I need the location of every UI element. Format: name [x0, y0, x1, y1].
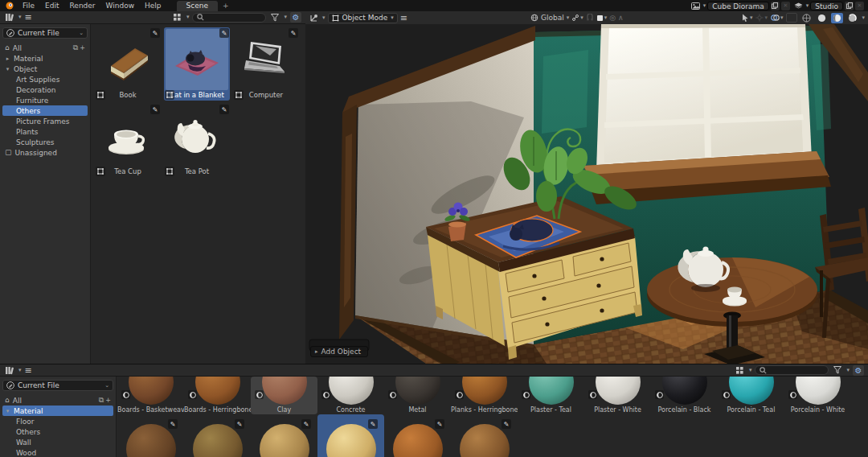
proportional-falloff-icon[interactable]: ∧	[618, 14, 624, 22]
catalog-item-wood[interactable]: Wood	[2, 447, 113, 457]
filter-chevron[interactable]: ▾	[846, 368, 850, 373]
edit-asset-icon[interactable]: ✎	[219, 105, 229, 114]
asset-browser-menu-icon[interactable]: ≡	[25, 366, 32, 375]
material-tile-porcelain-teal[interactable]: Porcelain - Teal	[718, 377, 784, 414]
display-mode-icon[interactable]	[735, 365, 746, 375]
material-tile-boards-herringbone[interactable]: Boards - Herringbone	[184, 377, 251, 414]
asset-tile-cat-in-a-blanket[interactable]: ✎ Cat in a Blanket	[164, 27, 230, 101]
material-tile-row2-4-selected[interactable]: ✎	[317, 414, 384, 457]
editor-type-chevron[interactable]: ▾	[18, 368, 22, 373]
catalog-item-object[interactable]: ▾ Object	[2, 64, 88, 74]
catalog-item-art-supplies[interactable]: Art Supplies	[2, 74, 88, 84]
delete-view-layer-button[interactable]: ✕	[855, 2, 864, 10]
menu-file[interactable]: File	[18, 0, 39, 11]
editor-type-asset-browser-icon[interactable]	[4, 13, 15, 23]
orientation-dropdown[interactable]: Global ▾	[530, 14, 569, 22]
toggle-xray-icon[interactable]	[786, 13, 797, 23]
edit-asset-icon[interactable]: ✎	[301, 419, 311, 429]
material-tile-planks-herringbone[interactable]: Planks - Herringbone	[451, 377, 518, 414]
asset-library-select[interactable]: Current File ⌄	[2, 27, 88, 39]
catalog-item-furniture[interactable]: Furniture	[2, 95, 88, 105]
display-settings-gear-icon[interactable]: ⚙	[853, 365, 864, 376]
add-catalog-icon[interactable]: +	[80, 44, 85, 51]
snap-settings-dropdown[interactable]: ▾	[596, 14, 608, 22]
operator-panel-label[interactable]: ▸ Add Object	[310, 346, 368, 357]
add-catalog-icon[interactable]: +	[105, 397, 111, 404]
editor-type-chevron[interactable]: ▾	[322, 15, 326, 21]
add-workspace-button[interactable]: +	[219, 2, 233, 10]
material-tile-concrete[interactable]: Concrete	[317, 377, 384, 414]
display-settings-gear-icon[interactable]: ⚙	[290, 12, 301, 23]
blender-logo-icon[interactable]	[4, 2, 15, 10]
material-tile-row2-5[interactable]: ✎	[384, 414, 451, 457]
asset-browser-menu-icon[interactable]: ≡	[25, 13, 32, 22]
snap-toggle-magnet-icon[interactable]	[586, 14, 594, 22]
view-layer-browse-chevron[interactable]: ▾	[806, 3, 809, 9]
material-tile-metal[interactable]: Metal	[384, 377, 451, 414]
material-tile-row2-6[interactable]: ✎	[451, 414, 518, 457]
display-mode-chevron[interactable]: ▾	[186, 14, 190, 20]
filter-icon[interactable]	[832, 365, 843, 375]
shading-wireframe-button[interactable]	[800, 13, 813, 23]
shading-material-preview-button[interactable]	[831, 13, 843, 23]
filter-chevron[interactable]: ▾	[284, 14, 287, 20]
edit-asset-icon[interactable]: ✎	[150, 28, 160, 38]
catalog-item-all[interactable]: ⌂ All ⧉+	[2, 395, 113, 406]
menu-window[interactable]: Window	[101, 0, 140, 11]
catalog-item-unassigned[interactable]: ▢ Unassigned	[2, 147, 88, 158]
view-layer-name-field[interactable]: Studio	[810, 2, 843, 10]
catalog-item-material[interactable]: ▾ Material	[2, 406, 113, 416]
gizmos-dropdown[interactable]: ▾	[755, 14, 768, 22]
pivot-point-dropdown[interactable]: ▾	[571, 14, 583, 22]
view-layer-icon[interactable]	[793, 1, 805, 10]
collapse-arrow[interactable]: ▾	[5, 66, 10, 72]
material-tile-clay[interactable]: Clay	[251, 377, 317, 414]
catalog-item-wall[interactable]: Wall	[2, 437, 113, 447]
asset-tile-tea-pot[interactable]: ✎ Tea Pot	[164, 104, 230, 177]
catalog-collection-icon[interactable]: ⧉	[99, 397, 104, 404]
asset-search-input[interactable]	[755, 365, 829, 375]
window[interactable]	[596, 24, 812, 171]
display-mode-chevron[interactable]: ▾	[749, 368, 752, 373]
delete-scene-button[interactable]: ✕	[781, 2, 790, 10]
edit-asset-icon[interactable]: ✎	[368, 419, 378, 429]
edit-asset-icon[interactable]: ✎	[235, 419, 244, 429]
shading-rendered-button[interactable]	[846, 13, 858, 23]
material-tile-boards-basketweave[interactable]: Boards - Basketweave	[117, 377, 184, 414]
edit-asset-icon[interactable]: ✎	[502, 419, 511, 429]
show-object-types-dropdown[interactable]: ▾	[742, 14, 753, 22]
display-mode-icon[interactable]	[172, 13, 183, 23]
material-tile-row2-3[interactable]: ✎	[251, 414, 317, 457]
catalog-item-picture-frames[interactable]: Picture Frames	[2, 116, 88, 126]
scene-browse-chevron[interactable]: ▾	[703, 3, 706, 9]
expand-arrow[interactable]: ▸	[5, 56, 10, 62]
material-tile-plaster-white[interactable]: Plaster - White	[584, 377, 651, 414]
catalog-item-floor[interactable]: Floor	[2, 416, 113, 426]
catalog-item-all[interactable]: ⌂ All ⧉+	[2, 43, 88, 53]
scene-icon[interactable]	[690, 1, 702, 10]
scene-name-field[interactable]: Cube Diorama	[707, 2, 769, 10]
filter-icon[interactable]	[269, 13, 280, 23]
asset-tile-book[interactable]: ✎ Book	[95, 27, 161, 101]
edit-asset-icon[interactable]: ✎	[435, 419, 444, 429]
new-scene-button[interactable]	[771, 2, 780, 10]
catalog-item-others[interactable]: Others	[2, 105, 88, 116]
asset-library-select[interactable]: Current File ⌄	[2, 380, 113, 391]
menu-help[interactable]: Help	[140, 0, 166, 11]
menu-edit[interactable]: Edit	[40, 0, 63, 11]
material-tile-row2-1[interactable]: ✎	[117, 414, 184, 457]
catalog-collection-icon[interactable]: ⧉	[73, 44, 78, 51]
edit-asset-icon[interactable]: ✎	[289, 28, 298, 38]
viewport-menu-icon[interactable]: ≡	[400, 14, 407, 23]
shading-solid-button[interactable]	[816, 13, 828, 23]
edit-asset-icon[interactable]: ✎	[168, 419, 178, 429]
viewport-canvas[interactable]: ▸ Add Object	[305, 24, 868, 364]
editor-type-3d-viewport-icon[interactable]	[309, 13, 320, 23]
catalog-item-others[interactable]: Others	[2, 426, 113, 437]
asset-tile-tea-cup[interactable]: ✎ Tea Cup	[95, 104, 161, 177]
proportional-editing-icon[interactable]: ◎	[609, 14, 616, 22]
collapse-arrow[interactable]: ▾	[5, 408, 10, 414]
asset-search-input[interactable]	[192, 13, 266, 23]
catalog-item-decoration[interactable]: Decoration	[2, 84, 88, 95]
menu-render[interactable]: Render	[65, 0, 100, 11]
